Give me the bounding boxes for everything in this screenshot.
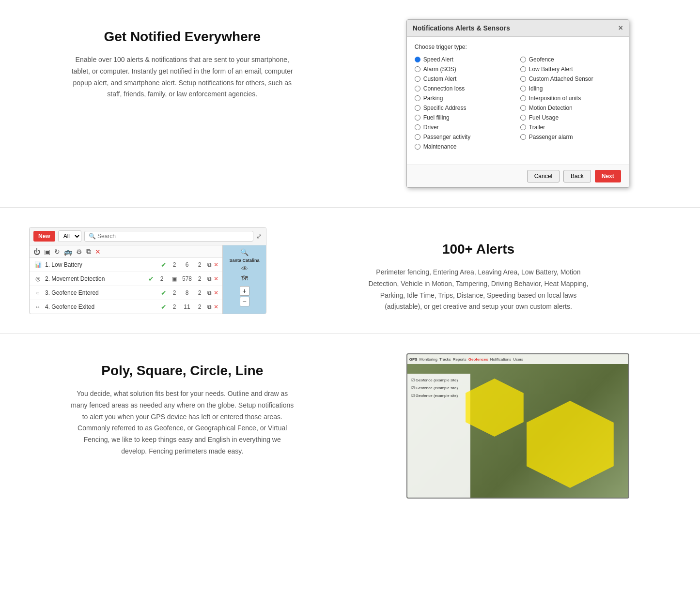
alert-copy-icon[interactable]: ⧉	[207, 261, 212, 268]
radio-circle	[415, 95, 420, 101]
radio-specific-address[interactable]: Specific Address	[415, 105, 515, 111]
radio-circle	[415, 66, 420, 72]
alerts-panel: New All ⤢ ⏻ ▣ ↻ 🚌 ⚙ ⧉ ✕	[29, 227, 266, 314]
radio-circle	[415, 134, 420, 140]
radio-circle	[415, 105, 420, 111]
radio-fuel-filling[interactable]: Fuel filling	[415, 114, 515, 121]
alert-actions: ⧉ ✕	[207, 303, 218, 310]
map-location-label: Santa Catalina	[229, 258, 259, 263]
back-button[interactable]: Back	[563, 170, 591, 182]
radio-maintenance[interactable]: Maintenance	[415, 143, 515, 150]
radio-empty	[520, 143, 621, 150]
alert-col3: 578	[182, 275, 192, 282]
radio-circle	[415, 144, 420, 150]
radio-driver[interactable]: Driver	[415, 124, 515, 131]
alert-copy-icon[interactable]: ⧉	[207, 275, 212, 282]
section1-text-block: Get Notified Everywhere Enable over 100 …	[29, 19, 336, 100]
display-icon[interactable]: ▣	[44, 248, 50, 256]
zoom-out-button[interactable]: −	[240, 297, 249, 306]
radio-motion-detection[interactable]: Motion Detection	[520, 105, 621, 111]
section1-title: Get Notified Everywhere	[29, 29, 336, 45]
next-button[interactable]: Next	[595, 170, 621, 182]
copy-icon[interactable]: ⧉	[86, 247, 91, 256]
toolbar-monitoring: Monitoring	[420, 357, 437, 362]
notifications-dialog: Notifications Alerts & Sensors × Choose …	[406, 19, 629, 188]
refresh-icon[interactable]: ↻	[54, 248, 60, 256]
section3-title: Poly, Square, Circle, Line	[29, 363, 336, 379]
radio-fuel-usage[interactable]: Fuel Usage	[520, 114, 621, 121]
section-alerts: New All ⤢ ⏻ ▣ ↻ 🚌 ⚙ ⧉ ✕	[0, 208, 700, 334]
radio-interposition[interactable]: Interposition of units	[520, 95, 621, 102]
toolbar-geofences: Geofences	[468, 357, 488, 362]
alert-col1: 2	[170, 289, 179, 296]
alert-delete-icon[interactable]: ✕	[214, 261, 218, 268]
radio-geofence[interactable]: Geofence	[520, 56, 621, 63]
alert-copy-icon[interactable]: ⧉	[207, 303, 212, 310]
alert-copy-icon[interactable]: ⧉	[207, 289, 212, 296]
radio-alarm-sos[interactable]: Alarm (SOS)	[415, 66, 515, 73]
dialog-footer: Cancel Back Next	[407, 165, 629, 187]
close-icon[interactable]: ×	[618, 24, 622, 32]
alert-active-check: ✔	[148, 275, 154, 283]
filter-select[interactable]: All	[58, 230, 81, 242]
alert-type-icon: 📊	[33, 260, 42, 269]
alert-delete-icon[interactable]: ✕	[214, 303, 218, 310]
cancel-button[interactable]: Cancel	[527, 170, 560, 182]
alert-col2: ▣	[170, 276, 179, 282]
radio-circle	[415, 124, 420, 130]
section3-image-block: GPS Monitoring Tracks Reports Geofences …	[365, 353, 671, 499]
geo-sidebar: ☑ Geofence (example site) ☑ Geofence (ex…	[407, 374, 470, 498]
radio-circle	[520, 105, 526, 111]
radio-circle	[520, 95, 526, 101]
radio-passenger-alarm[interactable]: Passenger alarm	[520, 134, 621, 140]
radio-custom-alert[interactable]: Custom Alert	[415, 76, 515, 82]
alert-col2: 11	[182, 303, 192, 310]
section2-title: 100+ Alerts	[286, 242, 671, 257]
radio-idling[interactable]: Idling	[520, 85, 621, 92]
radio-speed-alert[interactable]: Speed Alert	[415, 56, 515, 63]
alert-name: 4. Geofence Exited	[45, 303, 158, 310]
dialog-body: Choose trigger type: Speed Alert Geofenc…	[407, 37, 629, 165]
geo-map-toolbar: GPS Monitoring Tracks Reports Geofences …	[407, 354, 628, 364]
radio-circle	[520, 76, 526, 82]
section3-description: You decide, what solution fits best for …	[71, 388, 294, 457]
geofence-shape-2	[527, 401, 614, 488]
geofence-shape-1	[466, 379, 524, 437]
alert-delete-icon[interactable]: ✕	[214, 289, 218, 296]
search-input[interactable]	[84, 231, 253, 242]
tool-icon[interactable]: ⚙	[76, 248, 82, 256]
section1-image-block: Notifications Alerts & Sensors × Choose …	[365, 19, 671, 188]
zoom-in-button[interactable]: +	[240, 286, 249, 296]
alert-col2: 6	[182, 261, 192, 268]
radio-circle	[415, 115, 420, 121]
alert-col3: 2	[195, 289, 204, 296]
alert-row: ◎ 2. Movement Detection ✔ 2 ▣ 578 2 ⧉ ✕	[30, 272, 222, 286]
alert-name: 2. Movement Detection	[45, 275, 145, 282]
section-geofence: Poly, Square, Circle, Line You decide, w…	[0, 334, 700, 518]
radio-connection-loss[interactable]: Connection loss	[415, 85, 515, 92]
dialog-subtitle: Choose trigger type:	[415, 44, 621, 50]
search-icon[interactable]: 🔍	[240, 248, 249, 256]
alert-row: 📊 1. Low Battery ✔ 2 6 2 ⧉ ✕	[30, 258, 222, 272]
expand-icon[interactable]: ⤢	[256, 232, 262, 240]
radio-passenger-activity[interactable]: Passenger activity	[415, 134, 515, 140]
map-background: ☑ Geofence (example site) ☑ Geofence (ex…	[407, 364, 628, 498]
new-button[interactable]: New	[33, 231, 55, 242]
eye-icon[interactable]: 👁	[241, 265, 248, 273]
radio-low-battery-alert[interactable]: Low Battery Alert	[520, 66, 621, 73]
truck-icon[interactable]: 🚌	[64, 248, 72, 256]
radio-trailer[interactable]: Trailer	[520, 124, 621, 131]
alert-delete-icon[interactable]: ✕	[214, 275, 218, 282]
radio-circle	[520, 57, 526, 62]
radio-custom-attached-sensor[interactable]: Custom Attached Sensor	[520, 76, 621, 82]
power-icon[interactable]: ⏻	[33, 248, 40, 256]
list-item: ☑ Geofence (example site)	[410, 392, 467, 400]
radio-circle	[520, 134, 526, 140]
delete-icon[interactable]: ✕	[95, 248, 101, 256]
section2-description: Perimeter fencing, Entering Area, Leavin…	[367, 267, 590, 313]
alert-active-check: ✔	[161, 261, 167, 269]
radio-parking[interactable]: Parking	[415, 95, 515, 102]
gps-label: GPS	[409, 357, 418, 362]
dialog-titlebar: Notifications Alerts & Sensors ×	[407, 20, 629, 37]
layers-icon[interactable]: 🗺	[241, 274, 248, 282]
